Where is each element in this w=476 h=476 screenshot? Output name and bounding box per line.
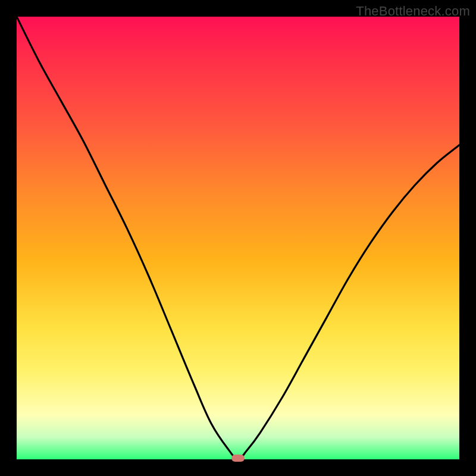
plot-area: [17, 17, 459, 459]
watermark-text: TheBottleneck.com: [356, 4, 470, 19]
chart-stage: TheBottleneck.com: [0, 0, 476, 476]
bottleneck-curve: [17, 17, 459, 459]
optimum-marker: [231, 455, 245, 462]
